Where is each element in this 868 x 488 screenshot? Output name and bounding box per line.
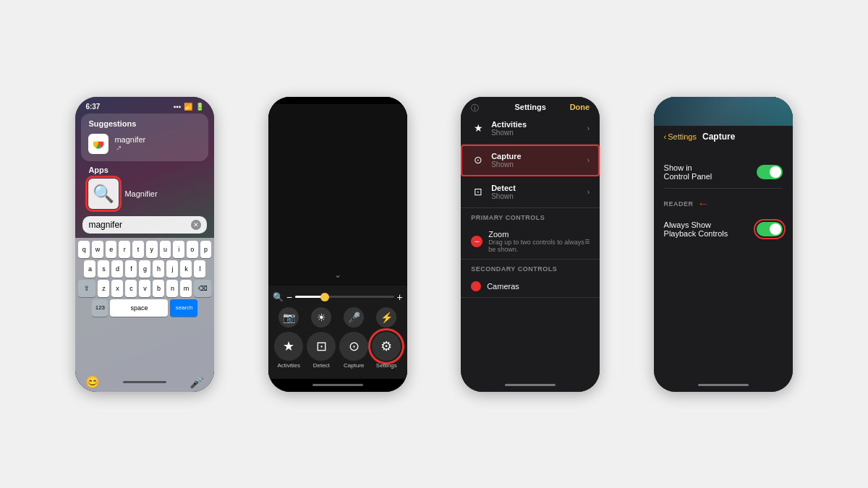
key-backspace[interactable]: ⌫ — [194, 280, 211, 297]
key-c[interactable]: c — [125, 280, 137, 297]
search-bar[interactable]: ✕ — [82, 216, 207, 234]
key-b[interactable]: b — [153, 280, 164, 297]
key-r[interactable]: r — [119, 241, 130, 258]
key-j[interactable]: j — [166, 260, 178, 278]
zoom-drag-item[interactable]: − Zoom Drag up to two controls to always… — [461, 224, 600, 260]
key-d[interactable]: d — [111, 260, 123, 278]
key-v[interactable]: v — [139, 280, 150, 297]
secondary-controls-header: SECONDARY CONTROLS — [461, 260, 600, 275]
zoom-plus[interactable]: + — [397, 291, 403, 303]
chrome-suggestion[interactable]: magnifer ↗ — [88, 132, 201, 155]
key-a[interactable]: a — [84, 260, 95, 278]
camera-button[interactable]: 📷 — [278, 307, 299, 328]
zoom-drag-label: Zoom — [488, 230, 584, 239]
detect-item-icon: ⊡ — [471, 184, 485, 199]
filter-button[interactable]: ⚡ — [376, 307, 396, 328]
key-h[interactable]: h — [153, 260, 164, 278]
back-chevron-icon: ‹ — [664, 132, 667, 141]
key-w[interactable]: w — [92, 241, 103, 258]
phone2-icon-row: 📷 ☀ 🎤 ⚡ — [273, 307, 403, 328]
phone3-statusbar: ⓘ Settings Done — [461, 97, 600, 113]
nav-activities[interactable]: ★ Activities — [274, 332, 303, 369]
key-123[interactable]: 123 — [92, 299, 108, 317]
phone2-controls: 🔍 − + 📷 ☀ 🎤 ⚡ — [268, 286, 407, 379]
detect-icon[interactable]: ⊡ — [307, 332, 336, 361]
suggestions-label: Suggestions — [88, 119, 201, 128]
key-n[interactable]: n — [166, 280, 178, 297]
capture-item[interactable]: ⊙ Capture Shown › — [461, 145, 600, 176]
phone3-info-icon[interactable]: ⓘ — [471, 103, 479, 114]
key-p[interactable]: p — [200, 241, 212, 258]
back-button[interactable]: ‹ Settings — [664, 132, 697, 141]
show-in-control-panel-row: Show inControl Panel — [664, 156, 783, 189]
activities-chevron-icon: › — [587, 124, 590, 132]
back-label: Settings — [668, 132, 697, 141]
reader-label: READER — [664, 200, 694, 207]
zoom-minus[interactable]: − — [286, 291, 292, 303]
detect-item[interactable]: ⊡ Detect Shown › — [461, 176, 600, 208]
phone4-nav-title: Capture — [702, 132, 735, 142]
mic-button[interactable]: 🎤 — [344, 307, 364, 328]
phone3-done-button[interactable]: Done — [570, 103, 590, 111]
always-show-playback-label: Always Show Playback Controls — [664, 221, 744, 238]
key-y[interactable]: y — [146, 241, 158, 258]
magnifier-icon[interactable]: 🔍 — [88, 179, 119, 209]
key-z[interactable]: z — [98, 280, 109, 297]
key-space[interactable]: space — [110, 299, 168, 317]
signal-icon: ▪▪▪ — [174, 103, 182, 111]
activities-icon[interactable]: ★ — [274, 332, 303, 361]
magnifier-row[interactable]: 🔍 Magnifier — [75, 176, 214, 212]
mic-button[interactable]: 🎤 — [190, 375, 204, 389]
chrome-suggestion-name: magnifer — [114, 135, 145, 144]
capture-item-title: Capture — [491, 152, 587, 160]
key-q[interactable]: q — [78, 241, 90, 258]
collapse-arrow[interactable]: ⌄ — [334, 270, 341, 280]
nav-capture-label: Capture — [344, 362, 364, 369]
phone2-notch — [316, 97, 359, 104]
emoji-button[interactable]: 😊 — [85, 375, 100, 389]
clear-button[interactable]: ✕ — [191, 220, 201, 230]
search-input[interactable] — [88, 220, 191, 230]
capture-item-sub: Shown — [491, 160, 587, 168]
zoom-slider-thumb[interactable] — [320, 293, 329, 301]
key-search[interactable]: search — [170, 299, 197, 317]
phone-1: 6:37 ▪▪▪ 📶 🔋 Suggestions — [75, 97, 214, 392]
phone3-home-bar — [461, 379, 600, 392]
capture-icon[interactable]: ⊙ — [339, 332, 368, 361]
zoom-drag-sub: Drag up to two controls to always be sho… — [488, 239, 584, 253]
detect-item-title: Detect — [491, 184, 587, 192]
key-l[interactable]: l — [194, 260, 205, 278]
always-show-playback-toggle[interactable] — [757, 222, 783, 236]
remove-zoom-button[interactable]: − — [471, 236, 482, 247]
zoom-slider[interactable] — [295, 296, 394, 298]
phone4-navbar: ‹ Settings Capture — [654, 126, 793, 147]
activities-item[interactable]: ★ Activities Shown › — [461, 113, 600, 145]
key-g[interactable]: g — [139, 260, 150, 278]
phone-2: ⌄ 🔍 − + 📷 ☀ 🎤 — [268, 97, 407, 392]
settings-icon-highlighted[interactable]: ⚙ — [372, 332, 401, 361]
drag-handle-icon[interactable]: ≡ — [584, 236, 590, 247]
key-shift[interactable]: ⇧ — [78, 280, 95, 297]
phone-3: ⓘ Settings Done ★ Activities Shown › ⊙ — [461, 97, 600, 392]
key-i[interactable]: i — [173, 241, 184, 258]
key-o[interactable]: o — [187, 241, 198, 258]
keyboard[interactable]: q w e r t y u i o p a s d — [75, 238, 214, 372]
show-in-control-panel-toggle[interactable] — [757, 165, 783, 179]
key-s[interactable]: s — [98, 260, 109, 278]
key-t[interactable]: t — [132, 241, 144, 258]
key-k[interactable]: k — [180, 260, 192, 278]
nav-settings[interactable]: ⚙ Settings — [372, 332, 401, 369]
cameras-drag-item[interactable]: Cameras — [461, 275, 600, 298]
brightness-button[interactable]: ☀ — [311, 307, 331, 328]
nav-capture[interactable]: ⊙ Capture — [339, 332, 368, 369]
capture-item-text: Capture Shown — [491, 152, 587, 168]
key-f[interactable]: f — [125, 260, 137, 278]
key-m[interactable]: m — [180, 280, 192, 297]
activities-item-sub: Shown — [491, 129, 587, 137]
key-x[interactable]: x — [111, 280, 123, 297]
nav-detect[interactable]: ⊡ Detect — [307, 332, 336, 369]
key-u[interactable]: u — [160, 241, 171, 258]
suggestions-panel: Suggestions magnifer — [81, 114, 208, 161]
key-e[interactable]: e — [106, 241, 117, 258]
detect-chevron-icon: › — [587, 188, 590, 196]
